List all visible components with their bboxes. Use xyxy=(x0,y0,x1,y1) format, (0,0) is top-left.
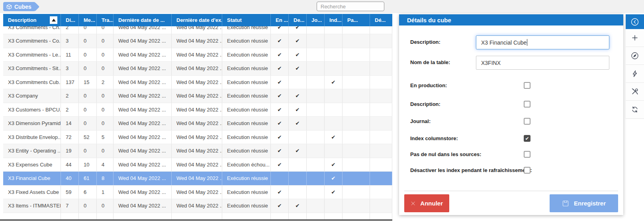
sidebar-item-navigate[interactable] xyxy=(626,47,644,65)
cell-ind xyxy=(325,62,343,75)
cell-ind xyxy=(325,213,343,220)
table-row[interactable]: X3 Company200Wed 04 May 2022 ...Wed 04 M… xyxy=(3,89,392,103)
cell-jo xyxy=(307,199,325,213)
cell-dim: 3 xyxy=(61,62,79,75)
tab-cubes[interactable]: Cubes xyxy=(3,2,35,11)
sidebar-item-collapse-panel[interactable] xyxy=(626,14,644,29)
cell-date_exec: Wed 04 May 2022 ... xyxy=(172,131,222,144)
cell-en: ✔ xyxy=(271,34,289,48)
column-header-statut[interactable]: Statut xyxy=(222,14,271,26)
table-name-input[interactable]: X3FINX xyxy=(476,56,609,70)
cell-date_refresh: Wed 04 May 2022 ... xyxy=(114,62,172,75)
table-row-empty xyxy=(3,213,392,220)
cell-description: X3 Customers - BPCU... xyxy=(3,103,61,117)
table-row[interactable]: X3 Financial Cube40618Wed 04 May 2022 ..… xyxy=(3,172,392,186)
cell-dim: 19 xyxy=(61,144,79,158)
cell-de: ✔ xyxy=(289,89,307,103)
column-header-de[interactable]: De... xyxy=(289,14,307,26)
cube-icon xyxy=(6,4,12,10)
cell-mes: 0 xyxy=(79,117,97,130)
cell-en: ✔ xyxy=(271,158,289,172)
cell-de xyxy=(289,76,307,89)
column-header-date_exec[interactable]: Dernière date d'ex... xyxy=(172,14,222,26)
checkbox[interactable]: ✔ xyxy=(524,135,530,142)
sidebar-item-actions[interactable] xyxy=(626,65,644,83)
table-row[interactable]: X3 Commitments - Co...300Wed 04 May 2022… xyxy=(3,34,392,48)
cell-date_exec xyxy=(172,213,222,220)
description-input[interactable]: X3 Financial Cube xyxy=(476,35,609,49)
checkbox[interactable] xyxy=(524,167,530,174)
cell-ind: ✔ xyxy=(325,158,343,172)
cell-dim: 137 xyxy=(61,76,79,89)
column-header-dim[interactable]: Di... xyxy=(61,14,79,26)
checkbox[interactable] xyxy=(524,118,530,125)
cell-de2 xyxy=(370,48,392,62)
column-header-jo[interactable]: Jo... xyxy=(307,14,325,26)
description-label: Description: xyxy=(410,39,440,45)
cell-date_refresh xyxy=(114,213,172,220)
checkbox[interactable] xyxy=(524,82,530,89)
column-header-pa[interactable]: Pa... xyxy=(343,14,370,26)
table-row[interactable]: X3 Fixed Assets Cube5961Wed 04 May 2022 … xyxy=(3,186,392,199)
table-row[interactable]: X3 Distribute Envelop...72525Wed 04 May … xyxy=(3,131,392,145)
search-input[interactable] xyxy=(317,2,384,11)
cell-de2 xyxy=(370,34,392,48)
cell-description: X3 Items - ITMMASTER xyxy=(3,199,61,213)
checkbox[interactable] xyxy=(524,151,530,158)
column-header-en[interactable]: En ... xyxy=(271,14,289,26)
column-header-description[interactable]: Description xyxy=(3,14,61,26)
cell-ind: ✔ xyxy=(325,76,343,89)
sidebar-item-refresh[interactable] xyxy=(626,101,644,119)
cell-ind xyxy=(325,117,343,130)
table-row[interactable]: X3 Items - ITMMASTER700Wed 04 May 2022 .… xyxy=(3,199,392,213)
table-row[interactable]: X3 Commitments - Ch...200Wed 04 May 2022… xyxy=(3,26,392,34)
sort-asc-icon[interactable] xyxy=(50,16,57,24)
cell-description: X3 Commitments - Le... xyxy=(3,48,61,62)
cell-pa xyxy=(343,76,370,89)
cell-dim: 72 xyxy=(61,131,79,144)
tools-icon xyxy=(631,88,639,96)
table-row[interactable]: X3 Customers - BPCU...200Wed 04 May 2022… xyxy=(3,103,392,117)
cell-statut: Exécution réussie xyxy=(222,62,271,75)
cell-date_refresh: Wed 04 May 2022 ... xyxy=(114,144,172,158)
cell-mes: 0 xyxy=(79,48,97,62)
panel-divider xyxy=(404,191,618,191)
cell-date_refresh: Wed 04 May 2022 ... xyxy=(114,48,172,62)
top-bar: Cubes xyxy=(0,0,644,13)
cell-date_refresh: Wed 04 May 2022 ... xyxy=(114,76,172,89)
cell-tra: 0 xyxy=(97,199,114,213)
sidebar-item-tools[interactable] xyxy=(626,83,644,101)
checkbox[interactable] xyxy=(524,101,530,108)
save-button[interactable]: Enregistrer xyxy=(550,194,618,212)
table-row[interactable]: X3 Commitments - Sit...300Wed 04 May 202… xyxy=(3,62,392,76)
column-header-ind[interactable]: Ind... xyxy=(325,14,343,26)
column-header-mes[interactable]: Me... xyxy=(79,14,97,26)
column-header-date_refresh[interactable]: Dernière date de ... xyxy=(114,14,172,26)
column-header-tra[interactable]: Tra... xyxy=(97,14,114,26)
cell-description: X3 Distribute Envelop... xyxy=(3,131,61,144)
cell-jo xyxy=(307,103,325,117)
cell-pa xyxy=(343,26,370,34)
cell-date_exec: Wed 04 May 2022 ... xyxy=(172,76,222,89)
table-name-label: Nom de la table: xyxy=(410,59,450,65)
table-row[interactable]: X3 Expenses Cube44104Wed 04 May 2022 ...… xyxy=(3,158,392,172)
save-icon xyxy=(562,200,569,207)
cell-dim: 7 xyxy=(61,199,79,213)
cell-pa xyxy=(343,89,370,103)
cell-jo xyxy=(307,26,325,34)
column-label: Description xyxy=(8,17,37,23)
table-row[interactable]: X3 Commitments - Le...1100Wed 04 May 202… xyxy=(3,48,392,62)
cell-de2 xyxy=(370,76,392,89)
table-row[interactable]: X3 Commitments Cub...137152Wed 04 May 20… xyxy=(3,76,392,90)
cube-details-panel: Détails du cube Description: X3 Financia… xyxy=(399,14,623,215)
cell-tra: 0 xyxy=(97,103,114,117)
sidebar-item-add[interactable] xyxy=(626,29,644,47)
cell-de: ✔ xyxy=(289,26,307,34)
cell-date_refresh: Wed 04 May 2022 ... xyxy=(114,103,172,117)
cell-dim: 14 xyxy=(61,117,79,130)
table-row[interactable]: X3 Entity - Operating ...1900Wed 04 May … xyxy=(3,144,392,158)
table-row[interactable]: X3 Dimension Pyramid1400Wed 04 May 2022 … xyxy=(3,117,392,131)
column-label: Me... xyxy=(84,17,95,23)
cancel-button[interactable]: Annuler xyxy=(404,194,449,212)
column-header-de2[interactable]: Dé... xyxy=(370,14,392,26)
